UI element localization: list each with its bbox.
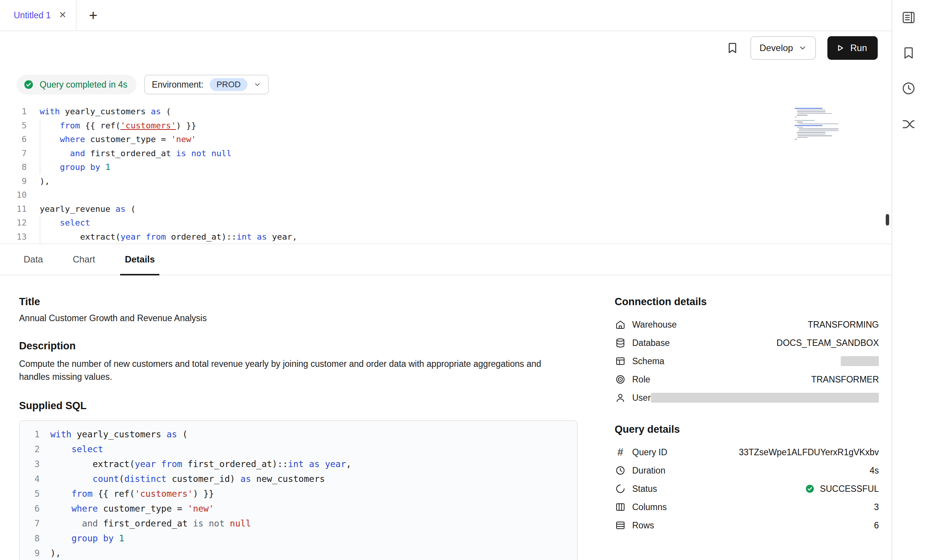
indent-guide	[40, 216, 40, 244]
code-line: 11yearly_revenue as (	[0, 202, 891, 216]
line-number: 13	[0, 230, 27, 244]
tab-chart[interactable]: Chart	[68, 244, 100, 275]
run-label: Run	[850, 43, 867, 53]
line-number: 7	[0, 147, 27, 161]
indent-guide	[40, 119, 40, 174]
query-row-columns: Columns 3	[615, 498, 879, 516]
minimap-line	[798, 113, 832, 114]
check-circle-icon	[23, 79, 34, 90]
code-line: 5 from {{ ref('customers') }}	[0, 119, 891, 133]
minimap-line	[797, 137, 808, 138]
schema-icon	[615, 355, 626, 367]
right-icon-rail	[891, 0, 925, 560]
code-line: 9),	[0, 174, 891, 189]
tab-title: Untitled 1	[14, 10, 51, 21]
line-number: 5	[0, 119, 27, 133]
minimap-line	[799, 130, 838, 131]
supplied-sql-block: 1with yearly_customers as (2 select3 ext…	[19, 420, 578, 560]
query-row-id: # Query ID 33TZseWpe1ALFDUYerxR1gVKxbv	[615, 443, 879, 461]
query-row-label: Query ID	[632, 447, 667, 458]
line-number: 6	[0, 133, 27, 147]
code-text: count(distinct customer_id) as new_custo…	[50, 472, 325, 486]
query-row-duration: Duration 4s	[615, 461, 879, 480]
query-row-value: 4s	[870, 466, 879, 476]
code-text: select	[40, 216, 90, 230]
code-text: and first_ordered_at is not null	[40, 147, 231, 161]
connection-row-role: Role TRANSFORMER	[615, 370, 879, 389]
code-text: extract(year from first_ordered_at)::int…	[50, 457, 351, 472]
tab-bar: Untitled 1 × +	[0, 0, 891, 31]
minimap-line	[797, 111, 826, 112]
code-line: 9),	[20, 546, 577, 560]
sql-editor[interactable]: 1with yearly_customers as (5 from {{ ref…	[0, 103, 891, 244]
lineage-icon[interactable]	[901, 117, 916, 132]
supplied-sql-heading: Supplied SQL	[19, 400, 599, 412]
connection-row-label: User	[632, 393, 651, 403]
code-text: with yearly_customers as (	[50, 427, 188, 442]
query-row-label: Rows	[632, 520, 654, 531]
columns-icon	[615, 501, 626, 513]
description-heading: Description	[19, 340, 599, 352]
description-value: Compute the number of new customers and …	[19, 357, 560, 383]
environment-selector[interactable]: Environment: PROD	[144, 75, 269, 94]
code-text: where customer_type = 'new'	[50, 501, 214, 516]
code-line: 3 extract(year from first_ordered_at)::i…	[20, 457, 577, 472]
connection-row-value: TRANSFORMING	[808, 320, 879, 330]
details-panel: Title Annual Customer Growth and Revenue…	[0, 275, 891, 560]
minimap-line	[797, 122, 803, 123]
result-tabs: Data Chart Details	[0, 244, 891, 275]
line-number: 3	[20, 457, 40, 472]
role-icon	[615, 374, 626, 385]
develop-button[interactable]: Develop	[750, 36, 816, 60]
code-text: from {{ ref('customers') }}	[40, 119, 196, 133]
line-number: 6	[20, 501, 40, 516]
main-column: Untitled 1 × + Develop Run Query com	[0, 0, 891, 560]
hash-icon: #	[615, 446, 626, 458]
spinner-icon	[615, 483, 626, 494]
line-number: 8	[0, 160, 27, 174]
redacted-value	[841, 356, 879, 366]
run-button[interactable]: Run	[827, 36, 878, 60]
connection-row-label: Database	[632, 338, 670, 348]
code-text: and first_ordered_at is not null	[50, 516, 251, 531]
tab-untitled-1[interactable]: Untitled 1 ×	[0, 0, 77, 30]
minimap-line	[799, 123, 838, 125]
title-heading: Title	[19, 296, 599, 308]
chevron-down-icon	[254, 81, 261, 88]
minimap-line	[795, 118, 797, 119]
connection-details-rows: Warehouse TRANSFORMING Database DOCS_TEA…	[615, 315, 879, 407]
query-row-label: Status	[632, 484, 657, 494]
panel-list-icon[interactable]	[901, 10, 916, 25]
connection-row-database: Database DOCS_TEAM_SANDBOX	[615, 334, 879, 352]
code-text: select	[50, 442, 103, 457]
minimap-line	[798, 135, 832, 136]
minimap-line	[795, 141, 797, 142]
code-line: 8 group by 1	[20, 531, 577, 546]
tab-details[interactable]: Details	[120, 244, 159, 275]
connection-row-label: Warehouse	[632, 320, 677, 330]
query-row-label: Columns	[632, 502, 667, 512]
play-icon	[835, 43, 845, 53]
bookmark-icon[interactable]	[726, 42, 739, 54]
close-icon[interactable]: ×	[59, 9, 66, 21]
connection-details-heading: Connection details	[615, 296, 879, 308]
new-tab-button[interactable]: +	[77, 0, 109, 30]
editor-scrollbar[interactable]	[886, 214, 889, 226]
connection-row-value: DOCS_TEAM_SANDBOX	[777, 338, 879, 348]
code-line: 8 group by 1	[0, 160, 891, 174]
redacted-value	[651, 393, 879, 403]
query-details-rows: # Query ID 33TZseWpe1ALFDUYerxR1gVKxbv D…	[615, 443, 879, 534]
minimap-line	[795, 125, 822, 126]
tab-data[interactable]: Data	[19, 244, 48, 275]
develop-label: Develop	[760, 43, 793, 53]
check-circle-icon	[805, 483, 815, 494]
code-line: 4 count(distinct customer_id) as new_cus…	[20, 472, 577, 486]
bookmark-icon[interactable]	[901, 46, 916, 60]
code-line: 5 from {{ ref('customers') }}	[20, 486, 577, 501]
query-row-status: Status SUCCESSFUL	[615, 480, 879, 498]
connection-row-warehouse: Warehouse TRANSFORMING	[615, 315, 879, 334]
editor-minimap[interactable]	[793, 106, 839, 143]
connection-row-label: Role	[632, 374, 650, 385]
code-line: 10	[0, 188, 891, 202]
history-icon[interactable]	[901, 81, 916, 96]
